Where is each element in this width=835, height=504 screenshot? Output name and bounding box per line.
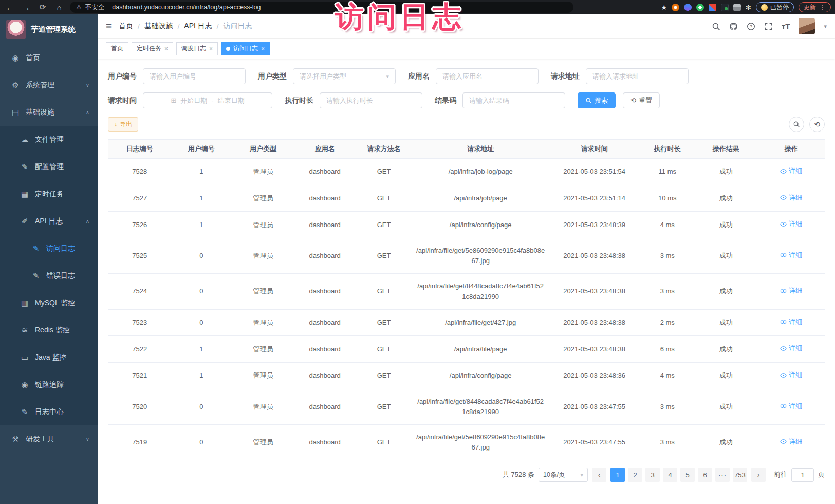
search-toggle-button[interactable] [789,117,804,132]
tools-icon: ⚒ [11,435,20,444]
extension-icon[interactable] [696,4,704,11]
app-logo-row[interactable]: 芋道管理系统 [0,14,98,44]
sidebar-item-trace[interactable]: ◉ 链路追踪 [0,371,98,398]
breadcrumb-item-current: 访问日志 [223,22,252,31]
detail-link[interactable]: 详细 [780,193,802,203]
detail-link[interactable]: 详细 [780,286,802,296]
breadcrumb-item[interactable]: API 日志 [184,22,212,31]
extension-shield-icon[interactable] [684,4,692,11]
detail-link[interactable]: 详细 [780,343,802,353]
pager-ellipsis[interactable]: ··· [715,468,730,482]
detail-link[interactable]: 详细 [780,401,802,412]
cell-actions: 详细 [757,238,825,274]
date-range-picker[interactable]: ⊞ 开始日期 - 结束日期 [143,92,272,108]
export-button[interactable]: ↓ 导出 [108,117,138,132]
close-icon[interactable]: × [209,45,213,52]
tab-scheduled-task[interactable]: 定时任务 × [132,42,173,55]
request-url-input[interactable]: 请输入请求地址 [586,68,689,84]
result-code-input[interactable]: 请输入结果码 [462,92,565,108]
paused-badge[interactable]: 已暂停 [756,2,794,12]
sidebar-item-error-log[interactable]: ✎ 错误日志 [0,262,98,289]
extension-icon[interactable] [709,4,716,11]
pager-next-button[interactable]: › [751,468,766,482]
sidebar-item-redis-monitor[interactable]: ≋ Redis 监控 [0,316,98,344]
update-button[interactable]: 更新 ⋮ [799,2,831,12]
browser-back-icon[interactable]: ← [4,3,15,12]
help-icon[interactable]: ? [747,22,755,31]
pager-page-button[interactable]: 5 [680,468,695,482]
cell-url: /api/infra/file/get/8448cada8c7f4e4ab61f… [413,389,548,424]
pager-page-button[interactable]: 1 [610,468,625,482]
user-type-select[interactable]: 请选择用户类型 ▾ [293,68,396,84]
kebab-menu-icon[interactable]: ⋮ [820,4,826,11]
cell-user_type: 管理员 [231,159,294,185]
browser-reload-icon[interactable]: ⟳ [37,3,48,12]
github-icon[interactable] [729,22,738,31]
duration-input[interactable]: 请输入执行时长 [320,92,422,108]
hamburger-icon[interactable]: ≡ [106,21,112,32]
tab-schedule-log[interactable]: 调度日志 × [176,42,218,55]
sidebar-item-access-log[interactable]: ✎ 访问日志 [0,235,98,262]
sidebar-item-java-monitor[interactable]: ▭ Java 监控 [0,344,98,371]
detail-link[interactable]: 详细 [780,250,802,260]
address-bar[interactable]: ⚠ 不安全 dashboard.yudao.iocoder.cn/infra/l… [70,2,573,13]
detail-link[interactable]: 详细 [780,437,802,447]
detail-link[interactable]: 详细 [780,317,802,327]
extension-icon[interactable] [672,4,679,11]
user-id-input[interactable]: 请输入用户编号 [143,68,246,84]
pager-page-button[interactable]: 753 [733,468,747,482]
reset-button[interactable]: ⟲ 重置 [623,92,660,108]
goto-page-input[interactable] [791,468,814,482]
sidebar-item-infra[interactable]: ▤ 基础设施 ∧ [0,99,98,126]
field-label: 请求地址 [551,72,580,81]
field-label: 请求时间 [108,96,137,105]
caret-down-icon[interactable]: ▾ [824,23,827,30]
extension-icon[interactable] [721,4,729,11]
sidebar-item-label: 配置管理 [35,162,64,172]
extension-icon[interactable] [733,4,741,11]
font-size-icon[interactable]: ᴛT [782,22,790,31]
warning-icon: ⚠ [76,4,82,11]
detail-link[interactable]: 详细 [780,166,802,176]
placeholder-text: 请输入请求地址 [592,72,639,81]
column-header: 用户类型 [231,140,294,159]
browser-home-icon[interactable]: ⌂ [53,3,65,12]
extension-pinwheel-icon[interactable]: ✻ [746,4,751,11]
browser-forward-icon[interactable]: → [21,3,32,12]
pager-page-button[interactable]: 4 [663,468,677,482]
sidebar-item-log-center[interactable]: ✎ 日志中心 [0,398,98,425]
fullscreen-icon[interactable] [764,22,773,31]
placeholder-text: 请输入用户编号 [150,72,196,81]
sidebar-item-api-log[interactable]: ✐ API 日志 ∧ [0,208,98,235]
sidebar: 芋道管理系统 ◉ 首页 ⚙ 系统管理 ∨ ▤ 基础设施 ∧ ☁ 文件管理 ✎ 配… [0,14,98,504]
pager-prev-button[interactable]: ‹ [592,468,606,482]
detail-link[interactable]: 详细 [780,370,802,380]
breadcrumb-item[interactable]: 首页 [119,22,133,31]
close-icon[interactable]: × [261,45,265,52]
pager-page-button[interactable]: 3 [645,468,660,482]
tab-access-log[interactable]: 访问日志 × [221,42,270,55]
cell-user_type: 管理员 [231,363,294,389]
sidebar-item-config-manage[interactable]: ✎ 配置管理 [0,153,98,180]
app-name-input[interactable]: 请输入应用名 [436,68,539,84]
access-log-icon: ✎ [32,244,40,253]
page-size-select[interactable]: 10条/页 ▾ [539,468,588,482]
tab-home[interactable]: 首页 [106,42,128,55]
sidebar-item-system[interactable]: ⚙ 系统管理 ∨ [0,71,98,99]
dashboard-icon: ◉ [11,53,20,63]
breadcrumb-item[interactable]: 基础设施 [144,22,173,31]
avatar[interactable] [799,18,815,34]
sidebar-item-dev-tools[interactable]: ⚒ 研发工具 ∨ [0,425,98,453]
sidebar-item-scheduled-task[interactable]: ▦ 定时任务 [0,180,98,208]
bookmark-star-icon[interactable]: ★ [661,4,667,11]
search-button[interactable]: 搜索 [578,92,616,108]
sidebar-item-home[interactable]: ◉ 首页 [0,44,98,71]
close-icon[interactable]: × [164,45,168,52]
search-icon[interactable] [712,22,720,31]
pager-page-button[interactable]: 6 [698,468,712,482]
pager-page-button[interactable]: 2 [628,468,642,482]
sidebar-item-mysql-monitor[interactable]: ▥ MySQL 监控 [0,289,98,316]
sidebar-item-file-manage[interactable]: ☁ 文件管理 [0,126,98,153]
detail-link[interactable]: 详细 [780,219,802,229]
refresh-button[interactable]: ⟲ [809,117,825,132]
